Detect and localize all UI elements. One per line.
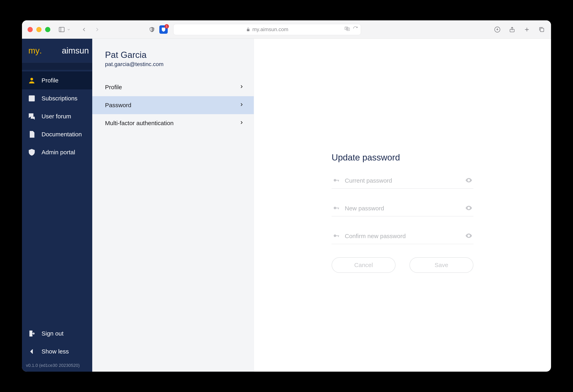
svg-point-17 [334, 179, 336, 182]
browser-window: 1 my.aimsun.com [22, 20, 551, 372]
minimize-window-button[interactable] [36, 27, 41, 32]
downloads-icon[interactable] [494, 26, 501, 33]
field-current-password [332, 174, 473, 189]
eye-icon[interactable] [465, 177, 473, 185]
sidebar-item-admin-portal[interactable]: Admin portal [22, 143, 92, 161]
reload-icon[interactable] [353, 26, 358, 33]
sidebar-item-label: Sign out [41, 330, 64, 337]
main-panel: Update password [254, 39, 551, 372]
tab-password[interactable]: Password [92, 96, 254, 114]
chevron-right-icon [239, 84, 244, 91]
primary-sidebar: my.aimsun Profile Subscriptions [22, 39, 92, 372]
list-icon [28, 94, 36, 103]
user-email: pat.garcia@testinc.com [105, 61, 241, 68]
eye-icon[interactable] [465, 232, 473, 240]
privacy-shield-icon[interactable] [148, 26, 156, 33]
user-name: Pat Garcia [105, 50, 241, 60]
app-content: my.aimsun Profile Subscriptions [22, 39, 551, 372]
sidebar-separator [22, 63, 92, 70]
new-tab-icon[interactable] [523, 26, 531, 33]
close-window-button[interactable] [28, 27, 33, 32]
svg-rect-19 [338, 180, 339, 181]
brand-logo: my.aimsun [22, 39, 92, 63]
translate-icon[interactable] [344, 26, 350, 33]
signout-icon [28, 329, 36, 338]
sidebar-item-subscriptions[interactable]: Subscriptions [22, 89, 92, 107]
svg-rect-8 [540, 28, 544, 32]
sidebar-item-label: User forum [41, 113, 71, 120]
svg-point-23 [334, 234, 336, 237]
sidebar-item-label: Profile [41, 77, 58, 84]
person-icon [28, 76, 36, 85]
field-new-password [332, 202, 473, 216]
address-bar[interactable]: my.aimsun.com [173, 24, 361, 35]
sidebar-item-label: Documentation [41, 131, 82, 138]
key-icon [332, 177, 340, 185]
tab-label: Profile [105, 84, 122, 91]
cancel-button[interactable]: Cancel [332, 257, 395, 273]
lock-icon [246, 27, 250, 32]
tab-mfa[interactable]: Multi-factor authentication [92, 114, 254, 132]
sidebar-item-label: Show less [41, 348, 69, 355]
svg-rect-22 [338, 208, 339, 209]
chevron-right-icon [239, 120, 244, 126]
form-title: Update password [332, 153, 473, 162]
save-button[interactable]: Save [410, 257, 473, 273]
url-text: my.aimsun.com [252, 26, 288, 33]
sidebar-item-documentation[interactable]: Documentation [22, 125, 92, 143]
key-icon [332, 204, 340, 213]
chevron-right-icon [239, 102, 244, 108]
app-version: v0.1.0 (ed1ce30 20230520) [22, 360, 92, 371]
sidebar-item-profile[interactable]: Profile [22, 71, 92, 89]
new-password-input[interactable] [345, 205, 460, 212]
bitwarden-extension-icon[interactable]: 1 [159, 25, 168, 34]
field-confirm-password [332, 230, 473, 244]
eye-icon[interactable] [465, 204, 473, 213]
svg-point-16 [31, 151, 33, 153]
sidebar-item-user-forum[interactable]: User forum [22, 107, 92, 125]
tab-label: Multi-factor authentication [105, 120, 174, 126]
svg-rect-25 [338, 235, 339, 237]
share-icon[interactable] [508, 26, 516, 33]
forum-icon [28, 112, 36, 121]
tabs-overview-icon[interactable] [538, 26, 545, 33]
current-password-input[interactable] [345, 177, 460, 184]
sidebar-nav: Profile Subscriptions User forum [22, 70, 92, 161]
sidebar-item-label: Subscriptions [41, 95, 77, 102]
sidebar-signout[interactable]: Sign out [22, 324, 92, 342]
tab-profile[interactable]: Profile [92, 78, 254, 96]
svg-point-20 [334, 207, 336, 209]
sidebar-showless[interactable]: Show less [22, 342, 92, 360]
chevron-left-icon [28, 347, 36, 356]
profile-subnav: Pat Garcia pat.garcia@testinc.com Profil… [92, 39, 254, 372]
sidebar-item-label: Admin portal [41, 149, 75, 156]
key-icon [332, 232, 340, 240]
document-icon [28, 130, 36, 139]
update-password-form: Update password [332, 153, 473, 350]
extension-badge: 1 [164, 24, 169, 29]
tab-label: Password [105, 102, 131, 108]
admin-shield-icon [28, 148, 36, 157]
user-header: Pat Garcia pat.garcia@testinc.com [92, 39, 254, 73]
svg-point-9 [30, 78, 33, 80]
confirm-password-input[interactable] [345, 233, 460, 239]
